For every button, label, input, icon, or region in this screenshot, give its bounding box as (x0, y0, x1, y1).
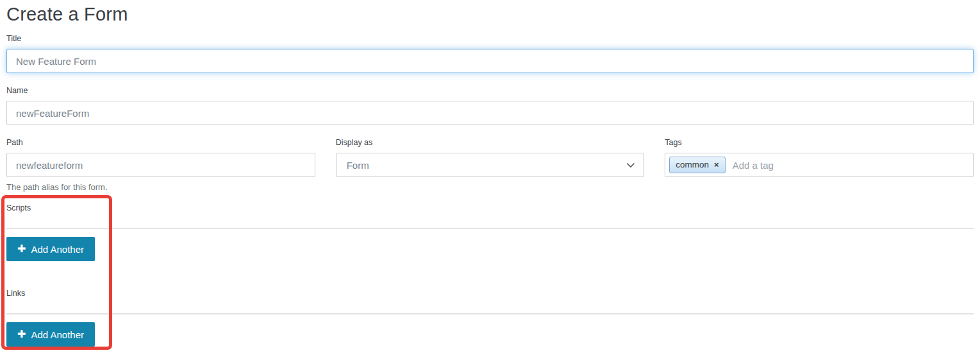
scripts-legend: Scripts (6, 203, 31, 212)
name-input[interactable] (6, 101, 974, 125)
plus-icon: ✚ (17, 329, 26, 340)
display-as-field-group: Display as Form (336, 138, 645, 193)
create-form-page: Create a Form Title Name Path The path a… (0, 0, 980, 347)
scripts-section-header: Scripts (6, 202, 974, 229)
links-legend: Links (6, 289, 25, 298)
chevron-down-icon (626, 162, 635, 168)
links-add-another-button[interactable]: ✚ Add Another (6, 322, 95, 347)
plus-icon: ✚ (17, 244, 26, 254)
links-section: Links ✚ Add Another (6, 287, 974, 347)
page-title: Create a Form (6, 4, 974, 24)
display-as-selected-value: Form (347, 160, 369, 171)
display-as-label: Display as (336, 138, 645, 148)
tags-field-group: Tags common × (665, 138, 974, 193)
name-label: Name (6, 86, 974, 96)
display-as-select[interactable]: Form (336, 153, 645, 177)
path-input[interactable] (6, 153, 315, 177)
scripts-add-another-label: Add Another (31, 244, 84, 255)
links-section-header: Links (6, 287, 974, 314)
tag-chip-label: common (676, 159, 709, 170)
path-help-text: The path alias for this form. (6, 182, 315, 193)
name-field-group: Name (6, 86, 974, 125)
links-add-another-label: Add Another (31, 329, 84, 340)
title-label: Title (6, 34, 974, 44)
path-field-group: Path The path alias for this form. (6, 138, 315, 193)
scripts-add-another-button[interactable]: ✚ Add Another (6, 237, 95, 261)
tags-label: Tags (665, 138, 974, 148)
scripts-section: Scripts ✚ Add Another (6, 202, 974, 261)
tag-remove-icon[interactable]: × (714, 160, 719, 169)
title-input[interactable] (6, 49, 974, 73)
tag-chip: common × (669, 157, 725, 173)
add-tag-input[interactable] (731, 159, 968, 171)
path-display-tags-row: Path The path alias for this form. Displ… (6, 138, 974, 193)
tags-input-box[interactable]: common × (665, 153, 974, 177)
title-field-group: Title (6, 34, 974, 73)
path-label: Path (6, 138, 315, 148)
